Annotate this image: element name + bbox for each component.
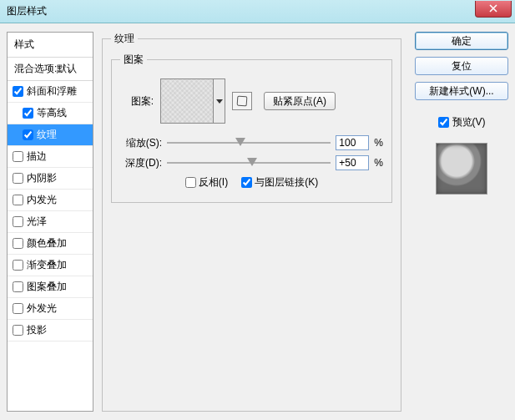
style-checkbox[interactable] — [13, 195, 23, 205]
style-checkbox[interactable] — [13, 151, 23, 162]
new-style-button[interactable]: 新建样式(W)... — [415, 82, 508, 100]
style-checkbox[interactable] — [13, 260, 23, 271]
scale-unit: % — [374, 137, 383, 149]
style-label: 斜面和浮雕 — [27, 84, 77, 99]
style-checkbox[interactable] — [13, 238, 23, 249]
texture-group: 纹理 图案 图案: 贴紧原点(A) 缩放(S): — [102, 32, 401, 412]
depth-unit: % — [374, 157, 383, 169]
new-pattern-icon[interactable] — [232, 92, 252, 110]
link-label: 与图层链接(K) — [255, 175, 318, 190]
preview-checkbox[interactable] — [438, 117, 449, 128]
styles-header[interactable]: 样式 — [8, 33, 93, 58]
style-checkbox[interactable] — [13, 216, 23, 227]
invert-checkbox[interactable] — [185, 177, 196, 188]
style-checkbox[interactable] — [13, 86, 23, 97]
preview-thumbnail — [436, 143, 487, 195]
link-checkbox[interactable] — [241, 177, 252, 188]
pattern-legend: 图案 — [120, 53, 147, 67]
link-check[interactable]: 与图层链接(K) — [241, 175, 318, 190]
scale-slider[interactable] — [167, 136, 331, 149]
blend-default-row[interactable]: 混合选项:默认 — [8, 58, 93, 81]
style-row-1[interactable]: 等高线 — [8, 103, 93, 124]
style-checkbox[interactable] — [23, 129, 33, 140]
style-label: 描边 — [27, 149, 47, 164]
dialog-body: 样式 混合选项:默认 斜面和浮雕等高线纹理描边内阴影内发光光泽颜色叠加渐变叠加图… — [0, 23, 515, 420]
style-label: 内发光 — [27, 193, 57, 207]
style-checkbox[interactable] — [13, 173, 23, 184]
style-label: 投影 — [27, 323, 47, 337]
settings-area: 纹理 图案 图案: 贴紧原点(A) 缩放(S): — [93, 32, 410, 412]
style-label: 内阴影 — [27, 171, 57, 185]
style-row-2[interactable]: 纹理 — [8, 124, 93, 146]
invert-check[interactable]: 反相(I) — [185, 175, 228, 190]
style-row-4[interactable]: 内阴影 — [8, 168, 93, 190]
style-row-3[interactable]: 描边 — [8, 146, 93, 168]
style-checkbox[interactable] — [13, 303, 23, 314]
close-icon — [489, 4, 497, 13]
titlebar: 图层样式 — [0, 0, 515, 23]
styles-panel: 样式 混合选项:默认 斜面和浮雕等高线纹理描边内阴影内发光光泽颜色叠加渐变叠加图… — [7, 32, 93, 412]
style-label: 颜色叠加 — [27, 236, 67, 250]
window-title: 图层样式 — [7, 4, 47, 18]
scale-label: 缩放(S): — [120, 136, 162, 150]
pattern-label: 图案: — [120, 94, 154, 109]
pattern-group: 图案 图案: 贴紧原点(A) 缩放(S): 10 — [111, 53, 392, 203]
style-label: 外发光 — [27, 301, 57, 316]
style-checkbox[interactable] — [23, 108, 33, 119]
style-row-0[interactable]: 斜面和浮雕 — [8, 81, 93, 103]
style-label: 等高线 — [37, 106, 67, 120]
style-checkbox[interactable] — [13, 325, 23, 336]
style-label: 图案叠加 — [27, 280, 67, 294]
pattern-dropdown[interactable] — [214, 78, 225, 124]
preview-label: 预览(V) — [452, 115, 486, 129]
reset-button[interactable]: 复位 — [415, 57, 508, 75]
style-row-5[interactable]: 内发光 — [8, 190, 93, 211]
ok-button[interactable]: 确定 — [415, 32, 508, 50]
depth-slider[interactable] — [167, 156, 331, 170]
style-row-6[interactable]: 光泽 — [8, 211, 93, 233]
right-column: 确定 复位 新建样式(W)... 预览(V) — [410, 32, 508, 412]
depth-label: 深度(D): — [120, 156, 162, 170]
style-row-11[interactable]: 投影 — [8, 320, 93, 342]
scale-input[interactable]: 100 — [336, 135, 369, 150]
style-label: 光泽 — [27, 215, 47, 229]
pattern-swatch[interactable] — [160, 78, 214, 124]
style-row-9[interactable]: 图案叠加 — [8, 276, 93, 298]
style-row-10[interactable]: 外发光 — [8, 298, 93, 320]
invert-label: 反相(I) — [199, 175, 228, 190]
depth-input[interactable]: +50 — [336, 155, 369, 170]
style-row-7[interactable]: 颜色叠加 — [8, 233, 93, 255]
style-row-8[interactable]: 渐变叠加 — [8, 255, 93, 276]
texture-legend: 纹理 — [111, 32, 138, 46]
style-label: 纹理 — [37, 128, 57, 142]
snap-origin-button[interactable]: 贴紧原点(A) — [264, 92, 336, 110]
style-label: 渐变叠加 — [27, 258, 67, 272]
close-button[interactable] — [475, 1, 512, 18]
style-checkbox[interactable] — [13, 281, 23, 292]
